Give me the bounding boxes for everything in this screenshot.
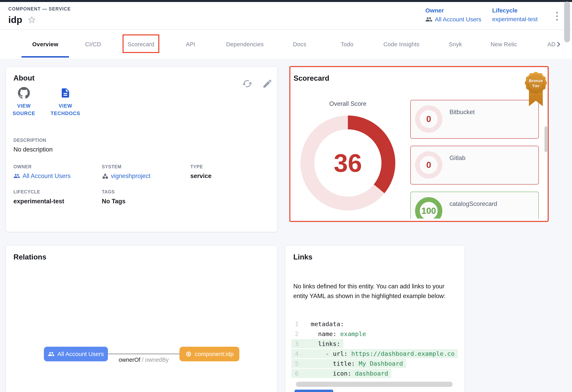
line-number: 3 — [295, 340, 303, 347]
tab-ad[interactable]: AD — [547, 41, 556, 48]
chip-icon — [185, 351, 192, 357]
relation-node-component[interactable]: component:idp — [179, 347, 239, 361]
edge-reverse-label: ownedBy — [145, 357, 169, 363]
description-value: No description — [14, 146, 53, 153]
header-lifecycle-block: Lifecycle experimental-test — [492, 7, 538, 23]
lifecycle-field-value: experimental-test — [14, 198, 64, 205]
line-number: 6 — [295, 370, 303, 377]
description-label: DESCRIPTION — [14, 138, 46, 143]
scorecard-subcard-catalogscorecard[interactable]: 100catalogScorecard — [410, 192, 539, 219]
code-line: 4 - url: https://dashboard.example.co — [291, 349, 464, 359]
links-card: Links No links defined for this entity. … — [286, 246, 464, 392]
tabs: OverviewCI/CDScorecardAPIDependenciesDoc… — [0, 30, 572, 59]
edge-forward-label: ownerOf — [119, 357, 140, 363]
scorecard-subcard-gitlab[interactable]: 0Gitlab — [410, 146, 539, 184]
relations-card: Relations All Account Users component:id… — [6, 246, 277, 392]
system-category-icon — [102, 173, 109, 180]
subcard-score-ring: 0 — [415, 151, 442, 179]
overall-score-value: 36 — [301, 115, 395, 211]
overall-score-label: Overall Score — [318, 100, 378, 107]
code-line: 1metadata: — [291, 319, 464, 329]
top-window-bar — [0, 0, 572, 2]
overall-score-gauge: 36 — [301, 115, 395, 211]
about-title: About — [14, 74, 35, 82]
tags-field-label: TAGS — [102, 189, 115, 195]
view-techdocs-label: VIEW TECHDOCS — [49, 102, 82, 117]
owner-value: All Account Users — [435, 16, 481, 23]
relations-title: Relations — [14, 253, 47, 261]
people-icon — [425, 16, 432, 23]
tab-code-insights[interactable]: Code Insights — [383, 41, 420, 48]
subcard-label: Gitlab — [449, 154, 465, 162]
tab-ci-cd[interactable]: CI/CD — [85, 41, 101, 48]
relation-edge-line — [108, 354, 179, 354]
page-scrollbar[interactable] — [564, 1, 570, 42]
yaml-code-block: 1metadata:2 name: example3 links:4 - url… — [291, 319, 464, 378]
subcard-score-ring: 0 — [415, 105, 442, 133]
system-field-link[interactable]: vigneshproject — [102, 172, 150, 180]
more-options-icon[interactable] — [553, 10, 561, 23]
owner-link[interactable]: All Account Users — [425, 16, 481, 23]
system-field-label: SYSTEM — [102, 164, 121, 169]
breadcrumb: COMPONENT — SERVICE — [8, 6, 71, 12]
lifecycle-field-label: LIFECYCLE — [14, 189, 40, 195]
edit-icon[interactable] — [262, 78, 273, 89]
code-line: 6 icon: dashboard — [291, 368, 464, 378]
lifecycle-value: experimental-test — [492, 16, 538, 23]
line-number: 2 — [295, 330, 303, 337]
tab-docs[interactable]: Docs — [293, 41, 306, 48]
tab-api[interactable]: API — [186, 41, 195, 48]
subcard-score-ring: 100 — [415, 197, 442, 219]
subcard-label: Bitbucket — [449, 109, 475, 116]
tab-new-relic[interactable]: New Relic — [491, 41, 517, 48]
tab-overview[interactable]: Overview — [32, 41, 58, 48]
active-tab-underline — [22, 56, 69, 58]
entity-header: COMPONENT — SERVICE idp Owner All Accoun… — [0, 2, 572, 30]
scorecard-title: Scorecard — [294, 74, 329, 82]
line-number: 1 — [295, 320, 303, 327]
code-line: 2 name: example — [291, 329, 464, 339]
subcard-label: catalogScorecard — [449, 200, 497, 208]
scorecard-card: Scorecard Overall Score 36 0Bitbucket0Gi… — [289, 66, 549, 222]
owner-field-label: OWNER — [14, 164, 32, 169]
links-empty-text: No links defined for this entity. You ca… — [293, 281, 459, 301]
relation-node-group[interactable]: All Account Users — [44, 347, 108, 361]
tab-todo[interactable]: Todo — [341, 41, 354, 48]
links-title: Links — [293, 253, 313, 261]
component-node-label: component:idp — [195, 351, 234, 357]
code-line: 3 links: — [291, 339, 464, 349]
content-area: About VIEW SOURCE VIEW TECHDOCS DESCRIPT… — [0, 59, 572, 392]
people-icon — [48, 351, 55, 357]
type-field-label: TYPE — [190, 164, 203, 169]
view-source-label: VIEW SOURCE — [7, 102, 41, 117]
view-source-button[interactable]: VIEW SOURCE — [7, 87, 41, 117]
github-icon — [18, 87, 30, 99]
scorecard-subcard-bitbucket[interactable]: 0Bitbucket — [410, 100, 539, 139]
lifecycle-label: Lifecycle — [492, 7, 538, 14]
line-number: 5 — [295, 360, 303, 367]
about-card: About VIEW SOURCE VIEW TECHDOCS DESCRIPT… — [6, 67, 277, 232]
tab-snyk[interactable]: Snyk — [449, 41, 462, 48]
owner-field-link[interactable]: All Account Users — [14, 172, 71, 180]
view-techdocs-button[interactable]: VIEW TECHDOCS — [49, 87, 82, 117]
system-field-value: vigneshproject — [111, 172, 150, 180]
code-horizontal-scrollbar[interactable] — [296, 382, 453, 387]
techdocs-icon — [60, 87, 71, 98]
type-field-value: service — [190, 172, 211, 180]
owner-label: Owner — [425, 7, 481, 14]
tab-dependencies[interactable]: Dependencies — [226, 41, 264, 48]
people-icon — [14, 173, 20, 180]
subscores-scrollbar[interactable] — [544, 126, 547, 152]
read-more-button-partial[interactable] — [295, 390, 333, 392]
edge-separator: / — [140, 357, 145, 363]
favorite-star-icon[interactable] — [27, 15, 36, 24]
scorecard-subscores-list: 0Bitbucket0Gitlab100catalogScorecard — [410, 100, 539, 219]
group-node-label: All Account Users — [57, 351, 104, 357]
annotation-box-scorecard-tab — [123, 34, 159, 53]
line-number: 4 — [295, 350, 303, 357]
relation-edge-label: ownerOf / ownedBy — [104, 357, 183, 363]
tags-field-value: No Tags — [102, 198, 126, 205]
page-title: idp — [8, 14, 22, 25]
badge-line2: Tier — [532, 83, 540, 88]
refresh-icon[interactable] — [242, 78, 253, 89]
